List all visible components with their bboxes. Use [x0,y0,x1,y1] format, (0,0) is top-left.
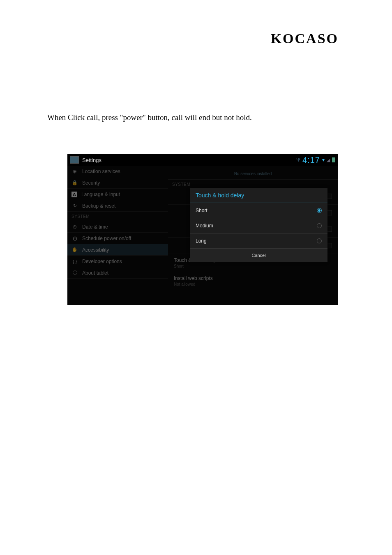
sidebar-item-about[interactable]: ⓘ About tablet [67,267,168,279]
hand-icon: ✋ [71,247,78,252]
status-right: Ψ 4:17 ▾ ◢ [296,155,335,165]
brand-logo: KOCASO [271,31,339,46]
braces-icon: { } [71,259,78,264]
main-item-install-scripts[interactable]: Install web scripts Not allowed [168,272,338,290]
touch-hold-dialog: Touch & hold delay Short Medium Long Can… [190,188,327,262]
location-icon: ◉ [71,169,78,174]
no-services-text: No services installed [168,166,338,179]
sidebar-item-label: Security [82,180,100,186]
sidebar-item-accessibility[interactable]: ✋ Accessibility [67,244,168,256]
cancel-button[interactable]: Cancel [190,249,327,262]
status-bar: Settings Ψ 4:17 ▾ ◢ [67,154,338,166]
sidebar-item-label: Schedule power on/off [82,236,131,241]
power-icon: ⏻ [71,236,78,241]
sidebar-item-datetime[interactable]: ◷ Date & time [67,221,168,233]
dialog-title: Touch & hold delay [190,188,327,203]
clock: 4:17 [302,155,320,165]
dialog-option-short[interactable]: Short [190,203,327,218]
main-section-system: SYSTEM [168,179,338,188]
usb-icon: Ψ [296,157,300,163]
battery-icon [332,157,335,162]
sidebar-section-system: SYSTEM [67,212,168,221]
option-label: Medium [196,223,213,229]
app-title: Settings [82,157,101,163]
sidebar-item-label: Location services [82,169,120,174]
item-sub: Short [174,264,215,268]
radio-icon [317,208,322,213]
lock-icon: 🔒 [71,180,78,185]
sidebar-item-location[interactable]: ◉ Location services [67,166,168,177]
sidebar-item-label: About tablet [82,270,108,276]
body-paragraph: When Click call, press "power" button, c… [47,113,252,122]
sidebar-item-label: Date & time [82,224,108,230]
sidebar-item-schedule[interactable]: ⏻ Schedule power on/off [67,233,168,244]
dialog-option-long[interactable]: Long [190,234,327,249]
settings-app-icon [70,156,79,164]
radio-icon [317,223,322,228]
sidebar: ◉ Location services 🔒 Security A Languag… [67,166,168,305]
sidebar-item-label: Developer options [82,259,122,264]
android-screenshot: Settings Ψ 4:17 ▾ ◢ ◉ Location services … [67,154,338,305]
sidebar-item-security[interactable]: 🔒 Security [67,177,168,189]
dialog-option-medium[interactable]: Medium [190,218,327,234]
sidebar-item-backup[interactable]: ↻ Backup & reset [67,200,168,212]
radio-icon [317,238,322,243]
signal-icon: ◢ [327,157,330,163]
wifi-icon: ▾ [322,157,325,163]
sidebar-item-label: Language & input [81,192,120,197]
option-label: Long [196,238,207,244]
item-sub: Not allowed [174,282,213,287]
sidebar-item-label: Backup & reset [82,203,115,209]
info-icon: ⓘ [71,270,78,276]
sidebar-item-label: Accessibility [82,247,109,253]
clock-icon: ◷ [71,224,78,229]
sidebar-item-language[interactable]: A Language & input [67,189,168,200]
language-icon: A [71,192,77,197]
sidebar-item-developer[interactable]: { } Developer options [67,256,168,267]
item-label: Install web scripts [174,275,213,281]
backup-icon: ↻ [71,203,78,208]
option-label: Short [196,208,208,213]
